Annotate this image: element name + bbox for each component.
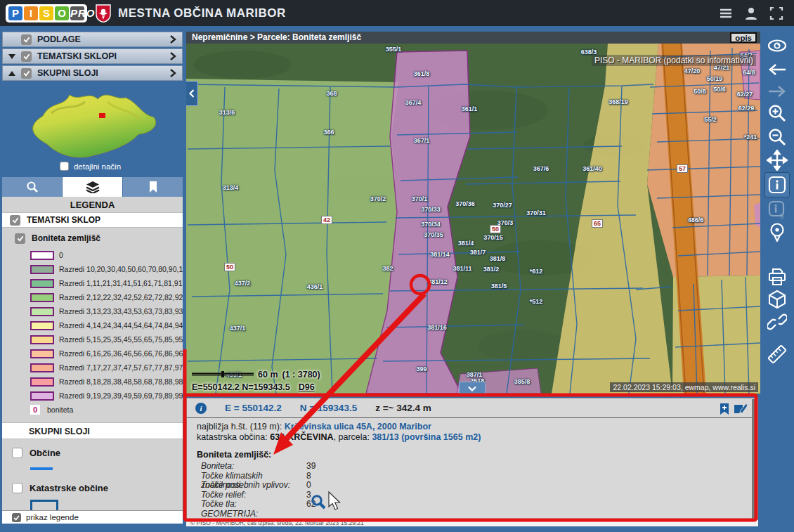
info-field-label: GEOMETRIJA: <box>201 510 306 519</box>
print-tool[interactable] <box>767 266 788 287</box>
info-field-value: 8 <box>306 472 349 481</box>
legend-item: Razredi 4,14,24,34,44,54,64,74,84,94 <box>2 318 183 332</box>
forward-tool[interactable] <box>767 81 788 102</box>
legend-group-row: TEMATSKI SKLOP <box>2 212 183 228</box>
header-actions <box>718 6 784 21</box>
detail-mode-label: detajlni način <box>74 162 121 171</box>
accordion-podlage[interactable]: PODLAGE <box>2 32 183 47</box>
legend-color-swatch <box>30 265 54 274</box>
user-icon[interactable] <box>743 6 759 21</box>
edit-report-icon[interactable] <box>734 403 748 415</box>
legend-item: Razredi 2,12,22,32,42,52,62,72,82,92 <box>2 290 183 304</box>
layer-obcine-row: Občine <box>2 445 183 460</box>
accordion-skupni-sloji[interactable]: SKUPNI SLOJI <box>2 65 183 81</box>
coords-value: E=550142.2 N=159343.5 <box>192 382 290 392</box>
prikaz-legende-checkbox[interactable] <box>12 513 21 522</box>
identify-group-tool[interactable]: g <box>767 199 788 220</box>
map-imagery <box>186 44 760 394</box>
chevron-left-icon <box>189 89 195 98</box>
tab-search[interactable] <box>2 177 62 197</box>
measure-tool[interactable] <box>767 344 788 365</box>
legend-color-swatch <box>30 251 54 260</box>
cube-3d-icon <box>767 290 787 309</box>
view-3d-tool[interactable] <box>767 289 788 310</box>
pan-tool[interactable] <box>767 150 788 171</box>
info-field-label: Točke tla: <box>201 500 306 510</box>
legend-marker-row: 0 boniteta <box>2 403 183 417</box>
layer-katastrske-row: Katastrske občine <box>2 480 183 495</box>
zoom-in-tool[interactable] <box>767 103 788 124</box>
fullscreen-icon[interactable] <box>769 6 784 21</box>
legend-item: Razredi 7,17,27,37,47,57,67,77,87,97 <box>2 361 183 375</box>
legend-item: 0 <box>2 248 183 262</box>
podlage-checkbox[interactable] <box>21 34 32 45</box>
info-field-label: Boniteta: <box>201 462 306 472</box>
info-group-icon: g <box>768 200 786 219</box>
parcel-link[interactable]: 381/13 (površina 1565 m2) <box>372 432 481 442</box>
datum-link[interactable]: D96 <box>299 382 315 392</box>
legend-item: Razredi 5,15,25,35,45,55,65,75,85,95 <box>2 332 183 346</box>
legend-item: Razredi 3,13,23,33,43,53,63,73,83,93 <box>2 304 183 318</box>
legend-item: Razredi 8,18,28,38,48,58,68,78,88,98 <box>2 375 183 389</box>
collapse-info-panel-button[interactable] <box>459 382 486 394</box>
chevron-right-icon <box>169 35 176 44</box>
coord-n: N = 159343.5 <box>300 403 357 413</box>
prikaz-legende-label: prikaz legende <box>26 513 79 521</box>
share-link-tool[interactable] <box>767 311 788 332</box>
info-panel-scrollbar[interactable] <box>752 399 757 519</box>
legend-color-swatch <box>30 335 54 344</box>
back-tool[interactable] <box>767 59 788 80</box>
katastrske-checkbox[interactable] <box>12 483 22 493</box>
tematski-sklop-checkbox[interactable] <box>10 215 20 226</box>
zoom-in-icon <box>767 103 787 123</box>
collapse-sidebar-button[interactable] <box>186 81 198 106</box>
ruler-icon <box>767 344 788 365</box>
info-field-value: 0 <box>306 481 349 491</box>
legend-title: LEGENDA <box>2 197 183 212</box>
opis-button[interactable]: opis <box>730 32 757 43</box>
legend-marker-label: boniteta <box>47 406 73 414</box>
katastrske-rect-symbol <box>30 500 58 510</box>
bookmark-add-icon[interactable] <box>720 403 729 415</box>
locate-tool[interactable] <box>767 221 788 242</box>
info-coords-row: i E = 550142.2 N = 159343.5 z =~ 342.4 m <box>187 398 757 418</box>
obcine-checkbox[interactable] <box>12 448 22 458</box>
legend-items: 0 Razredi 10,20,30,40,50,60,70,80,90,100… <box>2 248 183 403</box>
tematski-checkbox[interactable] <box>21 51 32 62</box>
accordion-label: SKUPNI SLOJI <box>37 68 98 78</box>
map-canvas[interactable]: 355/1 638/3 368 361/8 313/6 367/4 361/1 … <box>186 44 760 394</box>
tab-bookmarks[interactable] <box>123 177 183 197</box>
address-link[interactable]: Krčevinska ulica 45A, 2000 Maribor <box>285 422 431 432</box>
shared-layers-title: SKUPNI SLOJI <box>2 422 183 439</box>
menu-icon[interactable] <box>718 6 734 21</box>
info-fields: Boniteta: 39 Točke klimatskih značilnost… <box>201 462 757 519</box>
geometry-zoom-icon[interactable] <box>311 494 326 510</box>
piso-pro-logo[interactable]: P I S O PRO <box>6 4 87 22</box>
status-text: © PISO - MARIBOR; čas izpisa: sreda, 22.… <box>190 520 364 526</box>
location-pin-icon <box>768 222 786 242</box>
detail-mode-checkbox[interactable] <box>60 162 69 171</box>
tab-layers[interactable] <box>63 177 122 197</box>
zoom-out-tool[interactable] <box>767 126 788 148</box>
legend-layer-label: Boniteta zemljišč <box>32 233 100 243</box>
visibility-tool[interactable] <box>767 35 788 56</box>
breadcrumb: Nepremičnine > Parcele: Boniteta zemljiš… <box>186 32 760 44</box>
scale-distance: 60 m <box>258 370 278 379</box>
logo-letter: P <box>8 6 22 20</box>
app-header: P I S O PRO MESTNA OBČINA MARIBOR <box>0 0 794 26</box>
scale-bar: 60 m (1 : 3780) <box>192 370 320 379</box>
skupni-checkbox[interactable] <box>21 68 32 79</box>
identify-tool[interactable] <box>764 172 790 197</box>
map-watermark: PISO - MARIBOR (podatki so informativni) <box>592 55 756 66</box>
nearest-address-line: najbližja h.št. (119 m): Krčevinska ulic… <box>197 422 757 432</box>
boniteta-checkbox[interactable] <box>15 233 25 244</box>
info-field-label: Točke posebnih vplivov: <box>201 481 306 491</box>
legend-group-label: TEMATSKI SKLOP <box>27 215 100 225</box>
legend-color-swatch <box>30 293 54 302</box>
legend-color-swatch <box>30 279 54 288</box>
accordion-tematski-sklopi[interactable]: TEMATSKI SKLOPI <box>2 48 183 64</box>
overview-location-marker <box>99 113 105 118</box>
info-panel: i E = 550142.2 N = 159343.5 z =~ 342.4 m… <box>186 398 758 520</box>
info-field-row: Točke tla: 62 <box>201 500 757 510</box>
scale-ratio[interactable]: (1 : 3780) <box>282 370 320 379</box>
